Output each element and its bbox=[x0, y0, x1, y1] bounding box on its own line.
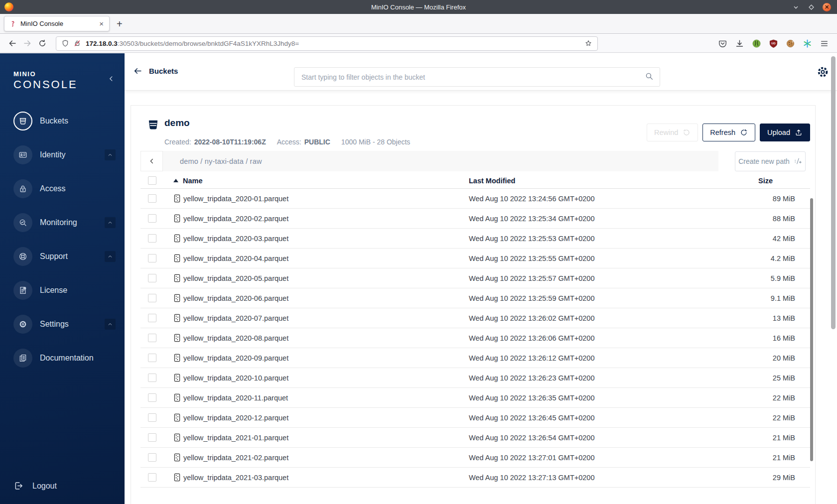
objects-table: Name Last Modified Size yellow_tripdata_… bbox=[140, 173, 810, 488]
row-checkbox[interactable] bbox=[148, 314, 156, 322]
row-checkbox[interactable] bbox=[148, 473, 156, 482]
object-last-modified: Wed Aug 10 2022 13:26:23 GMT+0200 bbox=[469, 374, 668, 382]
table-row[interactable]: yellow_tripdata_2020-05.parquetWed Aug 1… bbox=[140, 268, 810, 288]
object-name[interactable]: yellow_tripdata_2020-02.parquet bbox=[183, 215, 288, 223]
back-to-buckets-button[interactable]: Buckets bbox=[133, 66, 178, 76]
sidebar-item-settings[interactable]: Settings bbox=[0, 307, 125, 341]
sidebar-item-license[interactable]: License bbox=[0, 273, 125, 307]
object-name[interactable]: yellow_tripdata_2020-12.parquet bbox=[183, 414, 288, 422]
row-checkbox[interactable] bbox=[148, 194, 156, 203]
row-checkbox[interactable] bbox=[148, 214, 156, 223]
sidebar-item-monitoring[interactable]: Monitoring bbox=[0, 206, 125, 240]
sidebar-item-access[interactable]: Access bbox=[0, 172, 125, 206]
object-name[interactable]: yellow_tripdata_2020-07.parquet bbox=[183, 314, 288, 322]
sidebar-collapse-icon[interactable] bbox=[107, 74, 116, 85]
chevron-up-icon[interactable] bbox=[105, 217, 116, 228]
row-checkbox[interactable] bbox=[148, 354, 156, 362]
settings-gear-icon[interactable] bbox=[816, 65, 830, 81]
refresh-button[interactable]: Refresh bbox=[702, 124, 755, 141]
tab-close-icon[interactable]: × bbox=[98, 19, 105, 28]
row-checkbox[interactable] bbox=[148, 393, 156, 402]
privacy-badger-icon[interactable] bbox=[752, 39, 761, 48]
table-row[interactable]: yellow_tripdata_2020-10.parquetWed Aug 1… bbox=[140, 368, 810, 388]
object-name[interactable]: yellow_tripdata_2021-01.parquet bbox=[183, 434, 288, 442]
insecure-lock-icon[interactable] bbox=[73, 39, 81, 47]
object-name[interactable]: yellow_tripdata_2020-04.parquet bbox=[183, 254, 288, 262]
new-tab-button[interactable]: + bbox=[117, 19, 123, 29]
url-bar[interactable]: 172.18.0.3:30503/buckets/demo/browse/bnk… bbox=[56, 36, 598, 51]
table-row[interactable]: yellow_tripdata_2020-12.parquetWed Aug 1… bbox=[140, 408, 810, 428]
object-last-modified: Wed Aug 10 2022 13:27:13 GMT+0200 bbox=[469, 474, 668, 482]
table-row[interactable]: yellow_tripdata_2020-01.parquetWed Aug 1… bbox=[140, 189, 810, 209]
object-name[interactable]: yellow_tripdata_2020-10.parquet bbox=[183, 374, 288, 382]
table-row[interactable]: yellow_tripdata_2020-06.parquetWed Aug 1… bbox=[140, 288, 810, 308]
bookmark-star-icon[interactable] bbox=[584, 39, 592, 47]
table-row[interactable]: yellow_tripdata_2020-11.parquetWed Aug 1… bbox=[140, 388, 810, 408]
window-minimize-button[interactable] bbox=[792, 3, 800, 11]
object-size: 5.9 MiB bbox=[668, 274, 810, 282]
table-row[interactable]: yellow_tripdata_2021-02.parquetWed Aug 1… bbox=[140, 448, 810, 468]
row-checkbox[interactable] bbox=[148, 413, 156, 422]
create-new-path-button[interactable]: Create new path bbox=[735, 151, 806, 171]
table-row[interactable]: yellow_tripdata_2021-03.parquetWed Aug 1… bbox=[140, 468, 810, 488]
sidebar-item-buckets[interactable]: Buckets bbox=[0, 104, 125, 138]
sidebar-item-support[interactable]: Support bbox=[0, 240, 125, 273]
window-maximize-button[interactable] bbox=[807, 3, 816, 11]
row-checkbox[interactable] bbox=[148, 334, 156, 342]
table-row[interactable]: yellow_tripdata_2020-03.parquetWed Aug 1… bbox=[140, 229, 810, 249]
object-name[interactable]: yellow_tripdata_2020-01.parquet bbox=[183, 195, 288, 203]
rewind-button[interactable]: Rewind bbox=[647, 124, 698, 141]
column-header-size[interactable]: Size bbox=[668, 177, 810, 185]
hamburger-menu-icon[interactable] bbox=[820, 39, 829, 48]
column-header-name[interactable]: Name bbox=[183, 177, 203, 185]
pocket-icon[interactable] bbox=[718, 39, 727, 48]
object-name[interactable]: yellow_tripdata_2020-05.parquet bbox=[183, 274, 288, 282]
object-last-modified: Wed Aug 10 2022 13:26:12 GMT+0200 bbox=[469, 354, 668, 362]
row-checkbox[interactable] bbox=[148, 294, 156, 302]
table-row[interactable]: yellow_tripdata_2020-08.parquetWed Aug 1… bbox=[140, 328, 810, 348]
sidebar-item-documentation[interactable]: Documentation bbox=[0, 341, 125, 375]
table-row[interactable]: yellow_tripdata_2020-04.parquetWed Aug 1… bbox=[140, 249, 810, 268]
search-input[interactable] bbox=[301, 73, 645, 81]
forward-button[interactable] bbox=[20, 39, 35, 48]
object-name[interactable]: yellow_tripdata_2020-11.parquet bbox=[183, 394, 288, 402]
object-name[interactable]: yellow_tripdata_2020-03.parquet bbox=[183, 235, 288, 243]
row-checkbox[interactable] bbox=[148, 374, 156, 382]
table-row[interactable]: yellow_tripdata_2020-07.parquetWed Aug 1… bbox=[140, 308, 810, 328]
row-checkbox[interactable] bbox=[148, 254, 156, 262]
sidebar-item-identity[interactable]: Identity bbox=[0, 138, 125, 172]
select-all-checkbox[interactable] bbox=[148, 176, 156, 185]
breadcrumb-path[interactable]: demo / ny-taxi-data / raw bbox=[180, 157, 262, 165]
object-name[interactable]: yellow_tripdata_2021-03.parquet bbox=[183, 474, 288, 482]
object-name[interactable]: yellow_tripdata_2021-02.parquet bbox=[183, 454, 288, 462]
object-name[interactable]: yellow_tripdata_2020-09.parquet bbox=[183, 354, 288, 362]
upload-button[interactable]: Upload bbox=[760, 124, 810, 141]
browser-tab[interactable]: MinIO Console × bbox=[4, 16, 110, 31]
asterisk-extension-icon[interactable] bbox=[803, 39, 812, 48]
table-row[interactable]: yellow_tripdata_2020-02.parquetWed Aug 1… bbox=[140, 209, 810, 229]
cookie-icon[interactable] bbox=[786, 39, 795, 48]
chevron-up-icon[interactable] bbox=[105, 319, 116, 330]
row-checkbox[interactable] bbox=[148, 274, 156, 282]
window-close-button[interactable]: ✕ bbox=[823, 3, 831, 11]
tracking-shield-icon[interactable] bbox=[61, 39, 69, 47]
column-header-modified[interactable]: Last Modified bbox=[469, 177, 668, 185]
row-checkbox[interactable] bbox=[148, 234, 156, 243]
object-name[interactable]: yellow_tripdata_2020-08.parquet bbox=[183, 334, 288, 342]
chevron-up-icon[interactable] bbox=[105, 149, 116, 160]
page-scrollbar[interactable] bbox=[831, 56, 836, 329]
back-button[interactable] bbox=[5, 39, 20, 48]
ublock-icon[interactable]: UO bbox=[769, 39, 778, 48]
row-checkbox[interactable] bbox=[148, 433, 156, 442]
reload-button[interactable] bbox=[35, 39, 50, 48]
table-row[interactable]: yellow_tripdata_2020-09.parquetWed Aug 1… bbox=[140, 348, 810, 368]
table-scrollbar[interactable] bbox=[810, 198, 813, 461]
object-name[interactable]: yellow_tripdata_2020-06.parquet bbox=[183, 294, 288, 302]
row-checkbox[interactable] bbox=[148, 453, 156, 462]
sidebar-item-logout[interactable]: Logout bbox=[13, 481, 57, 491]
sort-ascending-icon[interactable] bbox=[173, 179, 178, 182]
downloads-icon[interactable] bbox=[735, 39, 744, 48]
chevron-up-icon[interactable] bbox=[105, 251, 116, 262]
table-row[interactable]: yellow_tripdata_2021-01.parquetWed Aug 1… bbox=[140, 428, 810, 448]
path-back-button[interactable] bbox=[140, 151, 163, 171]
